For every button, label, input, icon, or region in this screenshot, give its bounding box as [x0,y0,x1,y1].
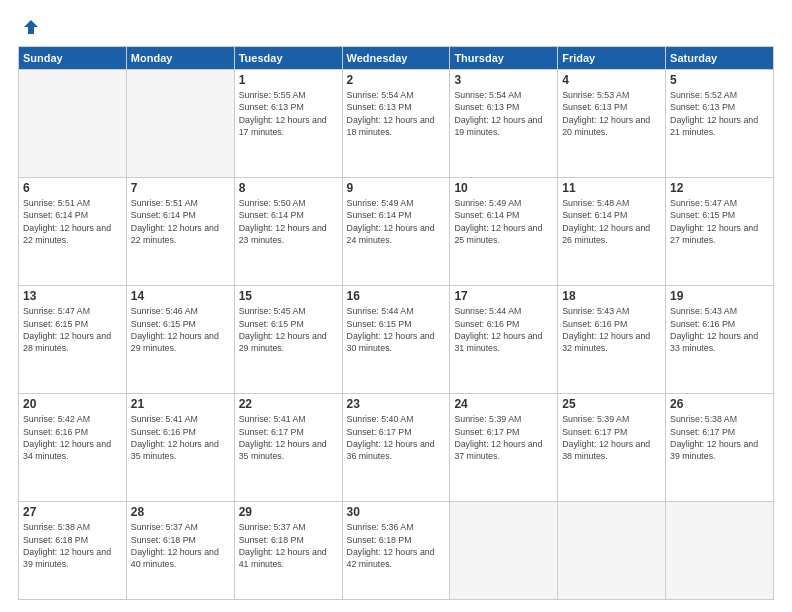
week-row-1: 1Sunrise: 5:55 AMSunset: 6:13 PMDaylight… [19,70,774,178]
calendar-cell [558,502,666,600]
day-info: Sunrise: 5:49 AMSunset: 6:14 PMDaylight:… [347,197,446,246]
calendar-cell: 18Sunrise: 5:43 AMSunset: 6:16 PMDayligh… [558,286,666,394]
calendar-cell: 20Sunrise: 5:42 AMSunset: 6:16 PMDayligh… [19,394,127,502]
week-row-3: 13Sunrise: 5:47 AMSunset: 6:15 PMDayligh… [19,286,774,394]
day-info: Sunrise: 5:47 AMSunset: 6:15 PMDaylight:… [670,197,769,246]
calendar-cell: 16Sunrise: 5:44 AMSunset: 6:15 PMDayligh… [342,286,450,394]
day-info: Sunrise: 5:38 AMSunset: 6:17 PMDaylight:… [670,413,769,462]
day-number: 22 [239,397,338,411]
calendar-cell [666,502,774,600]
calendar-cell: 21Sunrise: 5:41 AMSunset: 6:16 PMDayligh… [126,394,234,502]
day-info: Sunrise: 5:54 AMSunset: 6:13 PMDaylight:… [454,89,553,138]
calendar-cell: 25Sunrise: 5:39 AMSunset: 6:17 PMDayligh… [558,394,666,502]
day-info: Sunrise: 5:38 AMSunset: 6:18 PMDaylight:… [23,521,122,570]
day-number: 1 [239,73,338,87]
day-info: Sunrise: 5:51 AMSunset: 6:14 PMDaylight:… [131,197,230,246]
weekday-header-monday: Monday [126,47,234,70]
calendar-cell: 1Sunrise: 5:55 AMSunset: 6:13 PMDaylight… [234,70,342,178]
calendar-cell: 13Sunrise: 5:47 AMSunset: 6:15 PMDayligh… [19,286,127,394]
page: SundayMondayTuesdayWednesdayThursdayFrid… [0,0,792,612]
day-number: 9 [347,181,446,195]
logo-icon [22,18,40,36]
weekday-header-saturday: Saturday [666,47,774,70]
day-info: Sunrise: 5:40 AMSunset: 6:17 PMDaylight:… [347,413,446,462]
calendar-cell: 12Sunrise: 5:47 AMSunset: 6:15 PMDayligh… [666,178,774,286]
day-number: 14 [131,289,230,303]
calendar-cell: 3Sunrise: 5:54 AMSunset: 6:13 PMDaylight… [450,70,558,178]
calendar-cell: 7Sunrise: 5:51 AMSunset: 6:14 PMDaylight… [126,178,234,286]
calendar-cell: 2Sunrise: 5:54 AMSunset: 6:13 PMDaylight… [342,70,450,178]
calendar-cell: 29Sunrise: 5:37 AMSunset: 6:18 PMDayligh… [234,502,342,600]
day-number: 5 [670,73,769,87]
day-info: Sunrise: 5:46 AMSunset: 6:15 PMDaylight:… [131,305,230,354]
day-number: 18 [562,289,661,303]
calendar-cell: 4Sunrise: 5:53 AMSunset: 6:13 PMDaylight… [558,70,666,178]
day-info: Sunrise: 5:36 AMSunset: 6:18 PMDaylight:… [347,521,446,570]
day-info: Sunrise: 5:42 AMSunset: 6:16 PMDaylight:… [23,413,122,462]
calendar-cell: 8Sunrise: 5:50 AMSunset: 6:14 PMDaylight… [234,178,342,286]
calendar-cell: 11Sunrise: 5:48 AMSunset: 6:14 PMDayligh… [558,178,666,286]
day-info: Sunrise: 5:43 AMSunset: 6:16 PMDaylight:… [562,305,661,354]
day-number: 7 [131,181,230,195]
calendar-cell: 24Sunrise: 5:39 AMSunset: 6:17 PMDayligh… [450,394,558,502]
day-number: 6 [23,181,122,195]
day-number: 27 [23,505,122,519]
day-number: 28 [131,505,230,519]
day-number: 24 [454,397,553,411]
week-row-4: 20Sunrise: 5:42 AMSunset: 6:16 PMDayligh… [19,394,774,502]
day-info: Sunrise: 5:37 AMSunset: 6:18 PMDaylight:… [131,521,230,570]
weekday-header-tuesday: Tuesday [234,47,342,70]
day-info: Sunrise: 5:44 AMSunset: 6:15 PMDaylight:… [347,305,446,354]
day-number: 4 [562,73,661,87]
day-number: 17 [454,289,553,303]
calendar-cell: 28Sunrise: 5:37 AMSunset: 6:18 PMDayligh… [126,502,234,600]
day-number: 13 [23,289,122,303]
calendar-cell: 23Sunrise: 5:40 AMSunset: 6:17 PMDayligh… [342,394,450,502]
weekday-header-friday: Friday [558,47,666,70]
week-row-2: 6Sunrise: 5:51 AMSunset: 6:14 PMDaylight… [19,178,774,286]
day-info: Sunrise: 5:53 AMSunset: 6:13 PMDaylight:… [562,89,661,138]
calendar-cell: 19Sunrise: 5:43 AMSunset: 6:16 PMDayligh… [666,286,774,394]
calendar-cell: 6Sunrise: 5:51 AMSunset: 6:14 PMDaylight… [19,178,127,286]
day-number: 19 [670,289,769,303]
calendar-cell [126,70,234,178]
day-number: 10 [454,181,553,195]
day-info: Sunrise: 5:37 AMSunset: 6:18 PMDaylight:… [239,521,338,570]
day-number: 26 [670,397,769,411]
day-info: Sunrise: 5:54 AMSunset: 6:13 PMDaylight:… [347,89,446,138]
weekday-header-sunday: Sunday [19,47,127,70]
day-info: Sunrise: 5:45 AMSunset: 6:15 PMDaylight:… [239,305,338,354]
day-number: 12 [670,181,769,195]
calendar-table: SundayMondayTuesdayWednesdayThursdayFrid… [18,46,774,600]
day-number: 8 [239,181,338,195]
day-info: Sunrise: 5:50 AMSunset: 6:14 PMDaylight:… [239,197,338,246]
calendar-cell: 10Sunrise: 5:49 AMSunset: 6:14 PMDayligh… [450,178,558,286]
week-row-5: 27Sunrise: 5:38 AMSunset: 6:18 PMDayligh… [19,502,774,600]
calendar-cell: 5Sunrise: 5:52 AMSunset: 6:13 PMDaylight… [666,70,774,178]
day-number: 29 [239,505,338,519]
logo [18,18,40,36]
day-info: Sunrise: 5:44 AMSunset: 6:16 PMDaylight:… [454,305,553,354]
day-info: Sunrise: 5:41 AMSunset: 6:17 PMDaylight:… [239,413,338,462]
day-info: Sunrise: 5:52 AMSunset: 6:13 PMDaylight:… [670,89,769,138]
day-info: Sunrise: 5:43 AMSunset: 6:16 PMDaylight:… [670,305,769,354]
day-info: Sunrise: 5:51 AMSunset: 6:14 PMDaylight:… [23,197,122,246]
calendar-cell: 15Sunrise: 5:45 AMSunset: 6:15 PMDayligh… [234,286,342,394]
day-info: Sunrise: 5:48 AMSunset: 6:14 PMDaylight:… [562,197,661,246]
calendar-cell: 17Sunrise: 5:44 AMSunset: 6:16 PMDayligh… [450,286,558,394]
day-info: Sunrise: 5:47 AMSunset: 6:15 PMDaylight:… [23,305,122,354]
day-number: 20 [23,397,122,411]
day-info: Sunrise: 5:39 AMSunset: 6:17 PMDaylight:… [562,413,661,462]
weekday-header-wednesday: Wednesday [342,47,450,70]
calendar-cell: 22Sunrise: 5:41 AMSunset: 6:17 PMDayligh… [234,394,342,502]
day-number: 15 [239,289,338,303]
calendar-cell: 26Sunrise: 5:38 AMSunset: 6:17 PMDayligh… [666,394,774,502]
day-number: 25 [562,397,661,411]
weekday-header-thursday: Thursday [450,47,558,70]
day-info: Sunrise: 5:55 AMSunset: 6:13 PMDaylight:… [239,89,338,138]
day-number: 2 [347,73,446,87]
day-number: 30 [347,505,446,519]
day-number: 23 [347,397,446,411]
calendar-cell: 14Sunrise: 5:46 AMSunset: 6:15 PMDayligh… [126,286,234,394]
calendar-cell: 9Sunrise: 5:49 AMSunset: 6:14 PMDaylight… [342,178,450,286]
